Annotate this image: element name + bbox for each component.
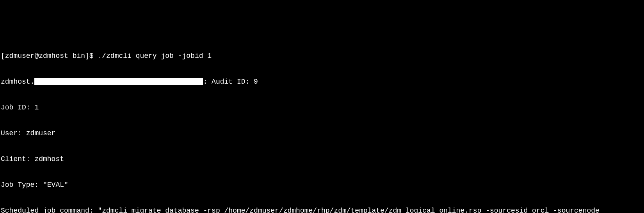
command-line: [zdmuser@zdmhost bin]$ ./zdmcli query jo… — [1, 52, 643, 60]
scheduled-command-prefix: Scheduled job command: "zdmcli migrate d… — [1, 207, 604, 213]
user-line: User: zdmuser — [1, 129, 643, 138]
terminal-output: [zdmuser@zdmhost bin]$ ./zdmcli query jo… — [1, 34, 643, 213]
host-audit-line: zdmhost.: Audit ID: 9 — [1, 77, 643, 86]
host-prefix: zdmhost. — [1, 78, 34, 86]
job-id-line: Job ID: 1 — [1, 103, 643, 112]
scheduled-command-line: Scheduled job command: "zdmcli migrate d… — [1, 206, 643, 213]
client-line: Client: zdmhost — [1, 155, 643, 163]
audit-id: : Audit ID: 9 — [203, 78, 258, 86]
redacted-hostname — [34, 78, 203, 85]
job-type-line: Job Type: "EVAL" — [1, 181, 643, 189]
